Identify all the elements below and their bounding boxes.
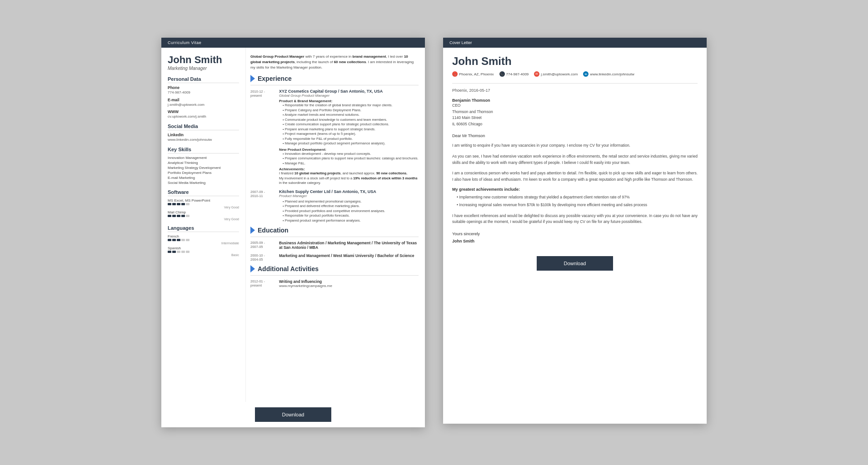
software-item: MS Excel, MS PowerPoint (168, 198, 239, 203)
act-content: Writing and Influencing www.mymarketingc… (279, 279, 419, 288)
act-title: Writing and Influencing (279, 279, 419, 284)
lang-item: Spanish (168, 246, 239, 250)
education-section-header: Education (250, 227, 419, 234)
linkedin-value: www.linkedin.com/johnsutw (168, 137, 239, 142)
cv-header-label: Curriculum Vitae (168, 40, 201, 45)
exp-subsection: Achievements: (279, 167, 419, 171)
cl-contact-location: 📍 Phoenix, AZ, Phoenix (452, 71, 494, 77)
cv-sidebar: John Smith Marketing Manager Personal Da… (161, 48, 245, 402)
skill-item: Marketing Strategy Development (168, 166, 239, 170)
exp-bullet: • Manage product portfolio (product segm… (279, 141, 419, 146)
cl-recipient-city: IL 60605 Chicago (452, 121, 698, 128)
cv-footer: Download (161, 402, 425, 427)
cl-sign-off: Yours sincerely (452, 232, 698, 236)
cl-name: John Smith (452, 55, 698, 68)
activities-section-header: Additional Activities (250, 265, 419, 272)
cv-header-bar: Curriculum Vitae (161, 38, 425, 48)
exp-bullet: • Innovation development - develop new p… (279, 152, 419, 157)
skill-item: Social Media Marketing (168, 181, 239, 185)
cl-paragraph-3: I am a conscientious person who works ha… (452, 170, 698, 183)
www-value: cv.uptowork.com/j.smith (168, 114, 239, 119)
key-skills-heading: Key Skills (168, 147, 239, 153)
phone-value: 774-987-4009 (168, 90, 239, 95)
linkedin-label: LinkedIn (168, 133, 239, 137)
cv-name: John Smith (168, 54, 239, 66)
exp-bullet: • Provided product portfolios and compet… (279, 209, 419, 214)
software-list: MS Excel, MS PowerPoint Very Good Mail C… (168, 198, 239, 221)
cl-achievements-title: My greatest achievements include: (452, 187, 698, 192)
education-arrow-icon (250, 227, 255, 234)
rating-label: Intermediate (168, 242, 239, 245)
cl-contact-row: 📍 Phoenix, AZ, Phoenix 📞 774-987-4009 ✉ … (452, 71, 698, 77)
activity-entry: 2012-01 -present Writing and Influencing… (250, 279, 419, 288)
exp-bullet: • Responsible for product portfolio fore… (279, 213, 419, 218)
lang-item: French (168, 234, 239, 238)
cl-download-button[interactable]: Download (537, 256, 614, 271)
cl-recipient: Benjamin Thomson CEO Thomson and Thomson… (452, 98, 698, 127)
personal-data-heading: Personal Data (168, 76, 239, 83)
cl-document: Cover Letter John Smith 📍 Phoenix, AZ, P… (443, 38, 707, 424)
cl-recipient-company: Thomson and Thomson (452, 109, 698, 115)
www-label: WWW (168, 109, 239, 114)
experience-entry: 2010-12 -present XYZ Cosmetics Capital G… (250, 89, 419, 186)
exp-date: 2010-12 -present (250, 89, 275, 186)
edu-content: Business Administration / Marketing Mana… (279, 241, 419, 250)
activities-title: Additional Activities (258, 265, 319, 272)
skill-item: Analytical Thinking (168, 161, 239, 165)
cv-download-button[interactable]: Download (255, 407, 332, 422)
rating-bar (168, 203, 239, 205)
exp-bullet: • Prepare Category and Portfolio Deploym… (279, 108, 419, 113)
phone-icon: 📞 (499, 71, 505, 77)
education-entry: 2000-10 -2004-05 Marketing and Managemen… (250, 253, 419, 262)
exp-bullet: • Prepared product segment performance a… (279, 218, 419, 223)
cv-job-title: Marketing Manager (168, 66, 239, 71)
exp-bullet: • Prepared and delivered effective marke… (279, 204, 419, 209)
cl-achievement-item: • Implementing new customer relations st… (452, 194, 698, 201)
exp-bullet: • Project management (teams of up to 5 p… (279, 132, 419, 137)
cv-body: John Smith Marketing Manager Personal Da… (161, 48, 425, 402)
skill-item: Portfolio Deployment Plans (168, 171, 239, 175)
email-icon: ✉ (534, 71, 539, 77)
cl-date: Phoenix, 2016-05-17 (452, 88, 698, 93)
exp-company: XYZ Cosmetics Capital Group / San Antoni… (279, 89, 419, 94)
cl-paragraph-1: I am writing to enquire if you have any … (452, 143, 698, 149)
software-heading: Software (168, 189, 239, 196)
edu-content: Marketing and Management / West Miami Un… (279, 253, 419, 262)
rating-label: Very Good (168, 218, 239, 221)
languages-heading: Languages (168, 225, 239, 232)
cl-phone-text: 774-987-4009 (506, 72, 529, 76)
exp-content: Kitchen Supply Center Ltd / San Antonio,… (279, 189, 419, 223)
education-title: Education (258, 227, 289, 234)
cv-document: Curriculum Vitae John Smith Marketing Ma… (161, 38, 425, 427)
exp-bullet: • Planned and implemented promotional ca… (279, 199, 419, 204)
act-url: www.mymarketingcampaigns.me (279, 284, 419, 288)
exp-bullet: • Prepare annual marketing plans to supp… (279, 127, 419, 132)
exp-date: 2007-09 -2010-11 (250, 189, 275, 223)
cl-email-text: j.smith@uptowork.com (541, 72, 578, 76)
exp-bullet: • Manage P&L. (279, 161, 419, 166)
cl-linkedin-text: www.linkedin.com/johnsutw (590, 72, 634, 76)
documents-container: Curriculum Vitae John Smith Marketing Ma… (161, 38, 707, 427)
email-value: j.smith@uptowork.com (168, 102, 239, 107)
cl-contact-linkedin: in www.linkedin.com/johnsutw (583, 71, 634, 77)
rating-bar (168, 215, 239, 217)
cl-contact-phone: 📞 774-987-4009 (499, 71, 529, 77)
cl-recipient-name: Benjamin Thomson (452, 98, 698, 103)
skill-item: E-mail Marketing (168, 176, 239, 180)
cl-location-text: Phoenix, AZ, Phoenix (459, 72, 494, 76)
email-label: E-mail (168, 98, 239, 102)
rating-label: Very Good (168, 206, 239, 209)
cl-paragraph-2: As you can see, I have had extensive vac… (452, 153, 698, 166)
exp-subsection: New Product Development: (279, 148, 419, 152)
exp-job-title: Product Manager (279, 194, 419, 198)
experience-entry: 2007-09 -2010-11 Kitchen Supply Center L… (250, 189, 419, 223)
edu-degree-title: Marketing and Management / West Miami Un… (279, 253, 419, 258)
cl-footer: Download (443, 251, 707, 276)
education-entry: 2005-09 -2007-05 Business Administration… (250, 241, 419, 250)
exp-bullet: • Create communication support plans for… (279, 122, 419, 127)
rating-bar (168, 239, 239, 241)
edu-degree-title: Business Administration / Marketing Mana… (279, 241, 419, 250)
edu-date: 2005-09 -2007-05 (250, 241, 275, 250)
cl-recipient-address: 1140 Main Street (452, 115, 698, 121)
software-item: Mail Chimp (168, 210, 239, 214)
